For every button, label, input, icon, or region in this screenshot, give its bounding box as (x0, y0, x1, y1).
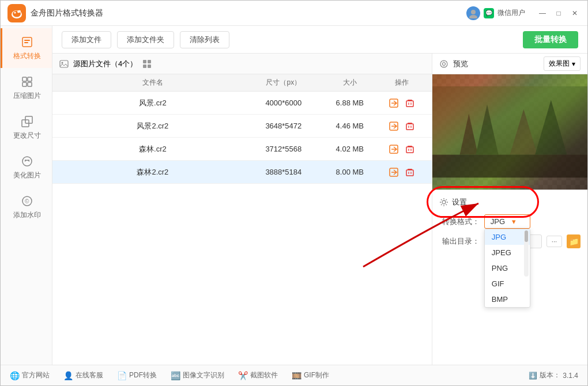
delete-btn-3[interactable] (404, 143, 416, 155)
open-folder-button[interactable]: 📁 (567, 234, 581, 248)
format-option-gif[interactable]: GIF (485, 276, 530, 292)
pdf-link[interactable]: 📄 PDF转换 (117, 370, 157, 380)
svg-rect-22 (143, 60, 146, 63)
resize-icon (20, 115, 34, 128)
format-option-bmp[interactable]: BMP (485, 292, 530, 307)
add-folder-button[interactable]: 添加文件夹 (117, 31, 174, 48)
customer-label: 在线客服 (76, 370, 103, 380)
pdf-label: PDF转换 (129, 370, 157, 380)
gif-link[interactable]: 🎞️ GIF制作 (292, 370, 329, 380)
website-label: 官方网站 (22, 370, 50, 380)
svg-rect-9 (22, 77, 27, 81)
gif-label: GIF制作 (304, 370, 329, 380)
toolbar: 添加文件 添加文件夹 清除列表 批量转换 (52, 26, 587, 54)
file-list-header: 源图片文件（4个） (52, 54, 432, 74)
sidebar-item-watermark[interactable]: © 添加水印 (1, 187, 52, 227)
screenshot-icon: ✂️ (238, 371, 248, 380)
screenshot-label: 截图软件 (250, 370, 278, 380)
preview-header: 预览 效果图 ▾ (432, 54, 587, 74)
effect-selector[interactable]: 效果图 ▾ (544, 56, 581, 71)
grid-view-button[interactable] (142, 59, 152, 69)
screenshot-link[interactable]: ✂️ 截图软件 (238, 370, 278, 380)
user-name: 微信用户 (497, 8, 525, 18)
batch-convert-button[interactable]: 批量转换 (523, 31, 578, 48)
sidebar-label-format: 格式转换 (13, 51, 41, 61)
sidebar-item-format[interactable]: 格式转换 (1, 28, 52, 68)
size-3: 4.02 MB (321, 145, 379, 153)
format-select-button[interactable]: JPG ▾ (484, 214, 530, 229)
app-title: 金舟图片格式转换器 (31, 8, 466, 18)
ocr-link[interactable]: 🔤 图像文字识别 (171, 370, 224, 380)
minimize-button[interactable]: — (537, 7, 548, 19)
svg-rect-8 (24, 42, 28, 43)
browse-button[interactable]: ··· (546, 236, 562, 247)
svg-rect-11 (22, 82, 27, 86)
close-button[interactable]: ✕ (569, 7, 581, 19)
svg-point-2 (14, 12, 16, 13)
format-option-jpg[interactable]: JPG (485, 229, 530, 245)
filename-2: 风景2.cr2 (59, 121, 246, 131)
gif-icon: 🎞️ (292, 371, 301, 380)
sidebar-item-compress[interactable]: 压缩图片 (1, 68, 52, 108)
col-size-px: 尺寸（px） (246, 78, 321, 88)
export-btn-1[interactable] (388, 97, 399, 109)
sidebar-label-beautify: 美化图片 (13, 171, 41, 180)
ocr-icon: 🔤 (171, 371, 180, 380)
customer-icon: 👤 (63, 371, 73, 380)
export-btn-4[interactable] (388, 166, 399, 178)
svg-text:©: © (25, 198, 29, 205)
wechat-icon: 💬 (484, 8, 494, 18)
format-option-png[interactable]: PNG (485, 260, 530, 276)
customer-link[interactable]: 👤 在线客服 (63, 370, 103, 380)
version-info: ⬇️ 版本： 3.1.4 (529, 370, 578, 380)
col-action: 操作 (379, 78, 425, 88)
sidebar-item-resize[interactable]: 更改尺寸 (1, 108, 52, 147)
maximize-button[interactable]: □ (553, 7, 564, 19)
table-row[interactable]: 风景.cr2 4000*6000 6.88 MB (52, 92, 432, 115)
svg-point-5 (469, 15, 477, 18)
forest-svg (432, 74, 587, 190)
delete-btn-1[interactable] (404, 97, 416, 109)
website-icon: 🌐 (10, 371, 20, 380)
format-dropdown: JPG JPEG PNG GIF BMP (484, 229, 530, 308)
actions-2 (379, 120, 425, 132)
sidebar-item-beautify[interactable]: 美化图片 (1, 147, 52, 187)
main-layout: 格式转换 压缩图片 (1, 26, 587, 365)
export-btn-3[interactable] (388, 143, 399, 155)
svg-rect-35 (406, 124, 413, 130)
image-icon (59, 59, 69, 69)
table-row[interactable]: 风景2.cr2 3648*5472 4.46 MB (52, 115, 432, 138)
format-label: 转换格式： (439, 217, 480, 227)
svg-point-51 (442, 62, 445, 65)
delete-btn-2[interactable] (404, 120, 416, 132)
version-label: 版本： (540, 370, 560, 380)
svg-point-4 (471, 10, 476, 14)
website-link[interactable]: 🌐 官方网站 (10, 370, 50, 380)
settings-panel: 设置 转换格式： JPG ▾ JPG (432, 190, 587, 261)
format-row: 转换格式： JPG ▾ JPG JPEG PNG (439, 214, 581, 229)
size-px-2: 3648*5472 (246, 122, 321, 130)
svg-rect-25 (148, 65, 151, 68)
add-file-button[interactable]: 添加文件 (62, 31, 111, 48)
svg-rect-24 (143, 65, 146, 68)
delete-btn-4[interactable] (404, 166, 416, 178)
split-content: 源图片文件（4个） 文件名 尺寸（px） (52, 54, 587, 365)
preview-image (432, 74, 587, 190)
format-option-jpeg[interactable]: JPEG (485, 245, 530, 260)
clear-list-button[interactable]: 清除列表 (180, 31, 229, 48)
actions-1 (379, 97, 425, 109)
user-avatar (466, 6, 480, 20)
svg-rect-59 (432, 155, 587, 178)
app-logo (7, 4, 26, 22)
preview-area: 预览 效果图 ▾ (432, 54, 587, 365)
pdf-icon: 📄 (117, 371, 127, 380)
sidebar-label-resize: 更改尺寸 (13, 131, 41, 141)
svg-point-16 (25, 160, 26, 161)
svg-rect-23 (148, 60, 151, 63)
size-1: 6.88 MB (321, 99, 379, 107)
export-btn-2[interactable] (388, 120, 399, 132)
svg-rect-41 (406, 147, 413, 153)
sidebar-label-watermark: 添加水印 (13, 210, 41, 220)
table-row[interactable]: 森林.cr2 3712*5568 4.02 MB (52, 138, 432, 161)
table-row-selected[interactable]: 森林2.cr2 3888*5184 8.00 MB (52, 161, 432, 184)
